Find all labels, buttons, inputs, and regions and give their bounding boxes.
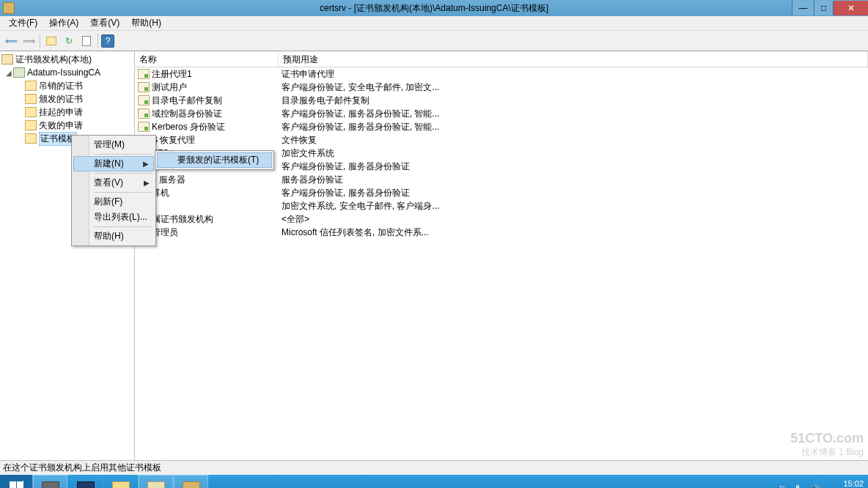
mmc-icon — [147, 481, 165, 488]
tray-volume-icon[interactable]: 🔊 — [810, 484, 820, 489]
tree-item-label: 颁发的证书 — [39, 93, 83, 106]
submenu-issue-template[interactable]: 要颁发的证书模板(T) — [157, 152, 272, 168]
tray-time: 15:02 — [828, 479, 864, 488]
column-name[interactable]: 名称 — [135, 51, 279, 67]
menu-export[interactable]: 导出列表(L)... — [73, 210, 154, 225]
back-button[interactable]: ⟸ — [3, 33, 19, 49]
list-row[interactable]: 算机客户端身份验证, 服务器身份验证 — [135, 186, 868, 199]
menu-refresh[interactable]: 刷新(F) — [73, 194, 154, 210]
start-button[interactable] — [0, 475, 32, 488]
server-manager-icon — [42, 481, 59, 488]
folder-icon — [25, 133, 37, 144]
maximize-button[interactable]: □ — [814, 1, 833, 15]
taskbar-powershell[interactable] — [67, 475, 103, 488]
menu-new[interactable]: 新建(N)▶ — [73, 156, 154, 171]
tree-item-revoked[interactable]: 吊销的证书 — [0, 79, 134, 92]
folder-icon — [25, 120, 37, 130]
toolbar: ⟸ ⟹ ↻ ? — [0, 31, 868, 51]
taskbar-certsrv[interactable] — [173, 475, 208, 488]
submenu-arrow-icon: ▶ — [144, 179, 150, 187]
cell-name: b 服务器 — [152, 174, 279, 186]
tree-ca-label: Adatum-IssuingCA — [27, 67, 100, 78]
cell-name: 域控制器身份验证 — [152, 108, 279, 120]
system-tray: ⚐ 🖧 🔊 15:02 2015/3/13 — [779, 479, 868, 488]
help-button[interactable]: ? — [101, 34, 114, 48]
menu-view[interactable]: 查看(V) — [84, 15, 125, 31]
tree-item-label: 失败的申请 — [39, 119, 83, 132]
ca-icon — [13, 67, 25, 78]
minimize-button[interactable]: — — [792, 1, 814, 15]
submenu-new: 要颁发的证书模板(T) — [155, 150, 274, 170]
menu-manage[interactable]: 管理(M) — [73, 137, 154, 152]
menu-help[interactable]: 帮助(H) — [125, 15, 167, 31]
list-row[interactable]: 注册代理1证书申请代理 — [135, 67, 868, 81]
menu-label: 管理(M) — [94, 138, 125, 151]
template-icon — [138, 69, 150, 79]
folder-icon — [25, 94, 37, 104]
list-row[interactable]: 目录电子邮件复制目录服务电子邮件复制 — [135, 94, 868, 107]
cell-purpose: 加密文件系统 — [279, 147, 868, 160]
refresh-button[interactable]: ↻ — [61, 33, 77, 49]
tree-root[interactable]: 证书颁发机构(本地) — [0, 53, 134, 66]
tree-item-label: 挂起的申请 — [39, 106, 83, 119]
tray-network-icon[interactable]: 🖧 — [793, 484, 803, 489]
taskbar-mmc[interactable] — [138, 475, 173, 488]
list-header: 名称 预期用途 — [135, 51, 868, 67]
list-pane: 名称 预期用途 注册代理1证书申请代理测试用户客户端身份验证, 安全电子邮件, … — [135, 51, 868, 460]
list-row[interactable]: b 服务器服务器身份验证 — [135, 173, 868, 186]
close-button[interactable]: ✕ — [833, 1, 868, 15]
menu-bar: 文件(F) 操作(A) 查看(V) 帮助(H) — [0, 16, 868, 31]
menu-label: 刷新(F) — [94, 196, 122, 208]
forward-button[interactable]: ⟹ — [21, 33, 37, 49]
column-purpose[interactable]: 预期用途 — [279, 51, 868, 67]
tree-item-pending[interactable]: 挂起的申请 — [0, 106, 134, 119]
folder-button[interactable] — [43, 33, 59, 49]
menu-separator — [94, 226, 152, 227]
cell-name: 测试用户 — [152, 81, 279, 94]
tray-clock[interactable]: 15:02 2015/3/13 — [828, 479, 864, 488]
tree-item-issued[interactable]: 颁发的证书 — [0, 92, 134, 106]
template-icon — [138, 82, 150, 92]
menu-help[interactable]: 帮助(H) — [73, 229, 154, 244]
cell-purpose: 证书申请代理 — [279, 68, 868, 81]
list-row[interactable]: 测试用户客户端身份验证, 安全电子邮件, 加密文... — [135, 81, 868, 94]
export-button[interactable] — [78, 33, 95, 49]
list-row[interactable]: 管理员Microsoft 信任列表签名, 加密文件系... — [135, 226, 868, 239]
cell-purpose: 文件恢复 — [279, 134, 868, 147]
taskbar-server-manager[interactable] — [32, 475, 67, 488]
cell-name: S 恢复代理 — [152, 134, 279, 147]
cell-purpose: 客户端身份验证, 服务器身份验证 — [279, 187, 868, 199]
cell-purpose: 客户端身份验证, 服务器身份验证 — [279, 160, 868, 173]
windows-logo-icon — [10, 481, 24, 488]
cell-purpose: 服务器身份验证 — [279, 174, 868, 186]
menu-label: 新建(N) — [94, 158, 124, 170]
taskbar-explorer[interactable] — [103, 475, 138, 488]
folder-icon — [25, 107, 37, 117]
status-text: 在这个证书颁发机构上启用其他证书模板 — [3, 462, 161, 474]
expander-icon[interactable]: ◢ — [4, 69, 13, 77]
cell-name: Kerberos 身份验证 — [152, 121, 279, 133]
cell-name: 注册代理1 — [152, 68, 279, 81]
toolbar-separator — [40, 34, 40, 48]
tray-flag-icon[interactable]: ⚐ — [779, 484, 786, 489]
list-row[interactable]: 域控制器身份验证客户端身份验证, 服务器身份验证, 智能... — [135, 107, 868, 120]
list-row[interactable]: S 恢复代理文件恢复 — [135, 133, 868, 147]
cell-purpose: 客户端身份验证, 服务器身份验证, 智能... — [279, 108, 868, 120]
menu-separator — [94, 173, 152, 174]
list-row[interactable]: 属证书颁发机构<全部> — [135, 212, 868, 226]
powershell-icon — [77, 481, 95, 488]
tree-root-label: 证书颁发机构(本地) — [15, 53, 92, 66]
tree-ca[interactable]: ◢ Adatum-IssuingCA — [0, 66, 134, 79]
list-row[interactable]: Kerberos 身份验证客户端身份验证, 服务器身份验证, 智能... — [135, 120, 868, 133]
list-row[interactable]: 加密文件系统, 安全电子邮件, 客户端身... — [135, 199, 868, 212]
menu-label: 要颁发的证书模板(T) — [177, 154, 259, 166]
menu-view[interactable]: 查看(V)▶ — [73, 175, 154, 191]
cell-name: 目录电子邮件复制 — [152, 95, 279, 107]
ca-root-icon — [1, 54, 13, 64]
cell-purpose: Microsoft 信任列表签名, 加密文件系... — [279, 226, 868, 239]
menu-action[interactable]: 操作(A) — [43, 15, 84, 31]
tree-item-failed[interactable]: 失败的申请 — [0, 119, 134, 132]
template-icon — [138, 95, 150, 106]
menu-file[interactable]: 文件(F) — [3, 15, 43, 31]
explorer-icon — [112, 481, 130, 488]
